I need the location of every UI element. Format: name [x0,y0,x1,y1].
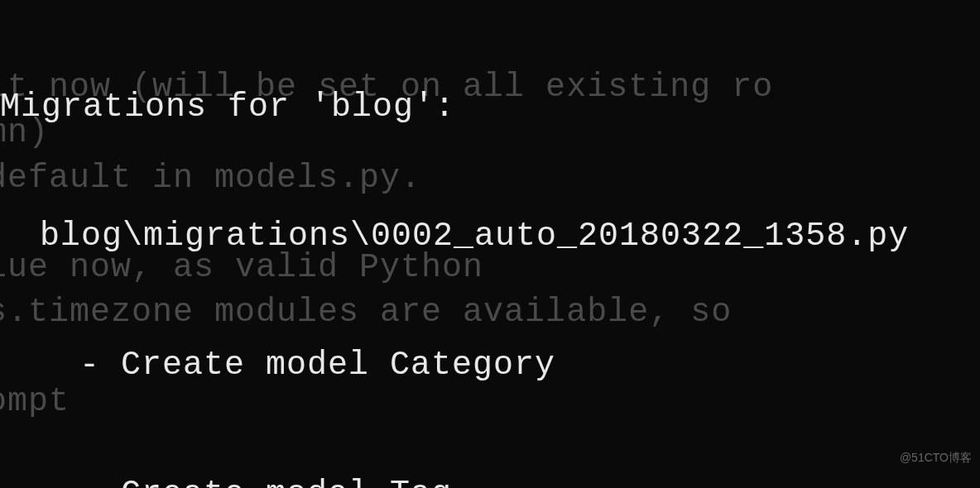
migration-operation: - Create model Tag [0,473,980,488]
migration-file-path: blog\migrations\0002_auto_20180322_1358.… [0,215,980,258]
watermark: @51CTO博客 [900,450,972,465]
migrations-header: Migrations for 'blog': [0,86,980,129]
migration-operation: - Create model Category [0,344,980,387]
terminal-output: Migrations for 'blog': blog\migrations\0… [0,0,980,488]
